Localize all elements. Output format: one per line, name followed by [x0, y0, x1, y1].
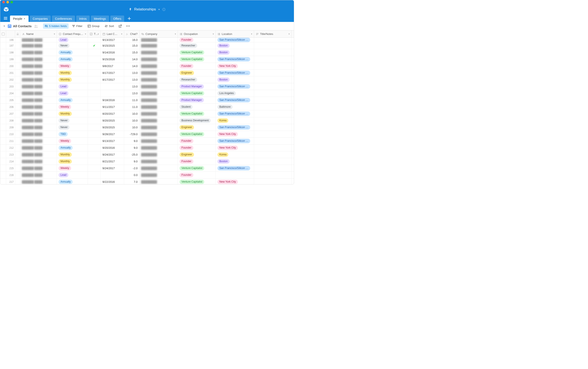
- chat-cell[interactable]: 9.0: [124, 138, 139, 144]
- t-cell[interactable]: ✔: [88, 42, 101, 49]
- t-cell[interactable]: [88, 38, 101, 42]
- title-notes-cell[interactable]: [254, 151, 292, 158]
- title-notes-cell[interactable]: [254, 83, 292, 90]
- base-title-caret-icon[interactable]: ▼: [158, 8, 160, 11]
- table-row[interactable]: 213██████ ████Monthly9/24/2017-25.0█████…: [0, 151, 294, 158]
- name-cell[interactable]: ██████ ████: [20, 70, 57, 76]
- company-cell[interactable]: ████████: [139, 158, 178, 165]
- row-checkbox-cell[interactable]: [0, 111, 6, 117]
- location-cell[interactable]: Boston: [216, 158, 254, 165]
- company-cell[interactable]: ████████: [139, 111, 178, 117]
- chat-cell[interactable]: 13.0: [124, 76, 139, 83]
- last-c-cell[interactable]: 9/20/2016: [101, 144, 124, 151]
- sidebar-toggle-button[interactable]: [2, 15, 9, 21]
- column-menu-caret[interactable]: ▼: [174, 33, 176, 35]
- row-checkbox-cell[interactable]: [0, 56, 6, 62]
- last-c-cell[interactable]: [101, 90, 124, 97]
- table-row[interactable]: 212██████ ████Annually9/20/20169.0██████…: [0, 144, 294, 151]
- company-cell[interactable]: ████████: [139, 104, 178, 110]
- chat-cell[interactable]: 10.0: [124, 124, 139, 131]
- company-cell[interactable]: ████████: [139, 151, 178, 158]
- base-title[interactable]: Relationships: [134, 7, 156, 11]
- t-cell[interactable]: [88, 63, 101, 69]
- company-cell[interactable]: ████████: [139, 165, 178, 172]
- column-header-company[interactable]: Company▼: [139, 31, 178, 37]
- t-cell[interactable]: [88, 70, 101, 76]
- name-cell[interactable]: ██████ ████: [20, 165, 57, 172]
- chat-cell[interactable]: -25.0: [124, 151, 139, 158]
- t-cell[interactable]: [88, 117, 101, 124]
- info-icon[interactable]: [162, 8, 166, 11]
- column-menu-caret[interactable]: ▼: [212, 33, 214, 35]
- contact-frequency-cell[interactable]: Never: [57, 124, 88, 131]
- share-button[interactable]: [117, 23, 123, 29]
- last-c-cell[interactable]: [101, 172, 124, 178]
- row-checkbox-cell[interactable]: [0, 63, 6, 69]
- column-header-title-notes[interactable]: Title/Notes▼: [254, 31, 292, 37]
- share-view-icon[interactable]: [34, 25, 38, 28]
- title-notes-cell[interactable]: [254, 56, 292, 62]
- company-cell[interactable]: ████████: [139, 138, 178, 144]
- table-row[interactable]: 209██████ ████Never9/20/201510.0████████…: [0, 124, 294, 131]
- last-c-cell[interactable]: 9/28/2017: [101, 131, 124, 137]
- occupation-cell[interactable]: Venture Capitalist: [178, 131, 216, 137]
- title-notes-cell[interactable]: [254, 124, 292, 131]
- location-cell[interactable]: New York City: [216, 63, 254, 69]
- company-cell[interactable]: ████████: [139, 131, 178, 137]
- views-sidebar-toggle[interactable]: ▼: [2, 24, 6, 28]
- t-cell[interactable]: [88, 144, 101, 151]
- location-cell[interactable]: Boston: [216, 49, 254, 56]
- row-checkbox-cell[interactable]: [0, 131, 6, 137]
- company-cell[interactable]: ████████: [139, 63, 178, 69]
- last-c-cell[interactable]: 9/15/2015: [101, 42, 124, 49]
- row-checkbox-cell[interactable]: [0, 42, 6, 49]
- occupation-cell[interactable]: Founder: [178, 172, 216, 178]
- row-checkbox-cell[interactable]: [0, 172, 6, 178]
- last-c-cell[interactable]: 8/20/2017: [101, 111, 124, 117]
- occupation-cell[interactable]: Founder: [178, 63, 216, 69]
- table-row[interactable]: 200██████ ████Weekly9/8/201714.0████████…: [0, 63, 294, 70]
- last-c-cell[interactable]: 9/18/2016: [101, 97, 124, 103]
- filter-button[interactable]: Filter: [70, 23, 84, 29]
- contact-frequency-cell[interactable]: Lead: [57, 172, 88, 178]
- chat-cell[interactable]: 9.0: [124, 144, 139, 151]
- name-cell[interactable]: ██████ ████: [20, 90, 57, 97]
- occupation-cell[interactable]: Product Manager: [178, 83, 216, 90]
- company-cell[interactable]: ████████: [139, 97, 178, 103]
- chat-cell[interactable]: 13.0: [124, 83, 139, 90]
- company-cell[interactable]: ████████: [139, 76, 178, 83]
- name-cell[interactable]: ██████ ████: [20, 104, 57, 110]
- column-header-name[interactable]: Name▼: [20, 31, 57, 37]
- window-minimize-button[interactable]: [6, 1, 9, 3]
- t-cell[interactable]: [88, 131, 101, 137]
- last-c-cell[interactable]: 9/14/2016: [101, 49, 124, 56]
- title-notes-cell[interactable]: [254, 131, 292, 137]
- t-cell[interactable]: [88, 104, 101, 110]
- contact-frequency-cell[interactable]: Weekly: [57, 138, 88, 144]
- row-checkbox-cell[interactable]: [0, 70, 6, 76]
- window-zoom-button[interactable]: [10, 1, 13, 3]
- contact-frequency-cell[interactable]: Monthly: [57, 158, 88, 165]
- column-header-t[interactable]: T…▼: [88, 31, 101, 37]
- column-menu-caret[interactable]: ▼: [121, 33, 123, 35]
- t-cell[interactable]: [88, 90, 101, 97]
- location-cell[interactable]: San Francisco/Silicon …: [216, 111, 254, 117]
- sort-button[interactable]: Sort: [103, 23, 116, 29]
- chat-cell[interactable]: 11.0: [124, 97, 139, 103]
- row-checkbox-cell[interactable]: [0, 76, 6, 83]
- title-notes-cell[interactable]: [254, 49, 292, 56]
- column-header-occupation[interactable]: Occupation▼: [178, 31, 216, 37]
- table-row[interactable]: 210██████ ████TBD9/28/2017-729.0████████…: [0, 131, 294, 138]
- title-notes-cell[interactable]: [254, 38, 292, 42]
- title-notes-cell[interactable]: [254, 97, 292, 103]
- location-cell[interactable]: Boston: [216, 76, 254, 83]
- title-notes-cell[interactable]: [254, 165, 292, 172]
- contact-frequency-cell[interactable]: Never: [57, 117, 88, 124]
- company-cell[interactable]: ████████: [139, 179, 178, 184]
- last-c-cell[interactable]: 9/20/2015: [101, 117, 124, 124]
- contact-frequency-cell[interactable]: Monthly: [57, 76, 88, 83]
- table-row[interactable]: 206██████ ████Weekly9/11/201711.0███████…: [0, 104, 294, 111]
- row-checkbox-cell[interactable]: [0, 104, 6, 110]
- table-row[interactable]: 198██████ ████Annually9/14/201615.0█████…: [0, 49, 294, 56]
- table-row[interactable]: 216██████ ████Lead0.0████████Founder: [0, 172, 294, 179]
